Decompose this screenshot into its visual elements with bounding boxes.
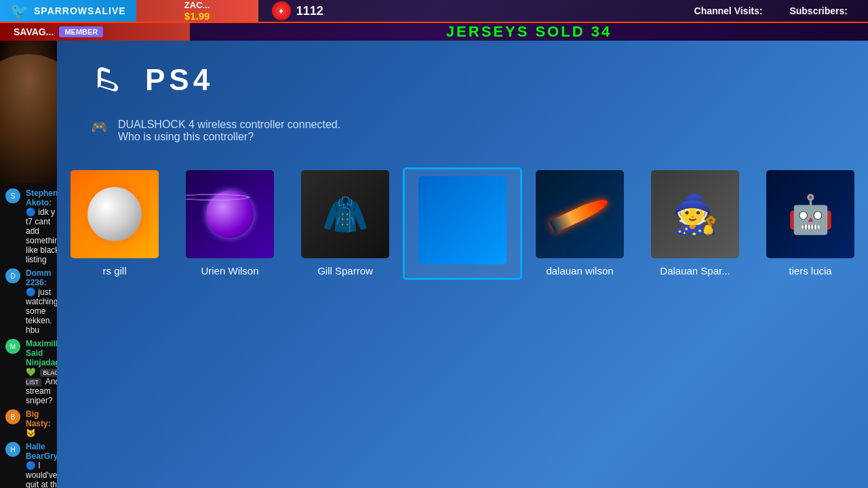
ps4-text-label: PS4 [145, 63, 214, 97]
controller-icon: 🎮 [91, 119, 108, 135]
cam-background [0, 41, 57, 183]
viewer-name: SAVAG... [14, 26, 54, 37]
profiles-area: rs gill Urien Wilson 🧥 Gill Sparrow [57, 157, 868, 290]
donation-name: ZAC... [184, 0, 210, 10]
twitter-icon: 🐦 [10, 2, 28, 20]
bits-icon: ♦ [272, 1, 291, 20]
profile-icon-1 [186, 170, 274, 258]
second-bar: SAVAG... MEMBER JERSEYS SOLD 34 [0, 23, 868, 41]
channel-visits-label: Channel Visits: [694, 5, 763, 16]
profile-icon-6: 🤖 [766, 170, 854, 258]
chat-messages: S Stephen Akoto: 🔵 idk y t7 cant add som… [0, 183, 57, 488]
profile-icon-2: 🧥 [301, 170, 389, 258]
avatar: B [5, 409, 20, 424]
profile-name-1: Urien Wilson [201, 265, 258, 277]
controller-text: DUALSHOCK 4 wireless controller connecte… [118, 119, 340, 143]
avatar: S [5, 188, 20, 203]
jerseys-sold-text: JERSEYS SOLD 34 [190, 23, 868, 41]
controller-message: 🎮 DUALSHOCK 4 wireless controller connec… [57, 112, 868, 157]
bits-section: ♦ 1112 [258, 1, 337, 20]
avatar: H [5, 442, 20, 457]
profile-card-6[interactable]: 🤖 tiers lucia [753, 163, 868, 283]
chat-message: H Halle BearGrylls: 🔵 I would've quit at… [5, 442, 52, 488]
ps4-header: PS4 [57, 41, 868, 112]
profile-icon-0 [71, 170, 159, 258]
profile-icon-5: 🧙 [651, 170, 739, 258]
chat-message: S Stephen Akoto: 🔵 idk y t7 cant add som… [5, 188, 52, 264]
controller-text-line2: Who is using this controller? [118, 131, 340, 143]
chat-message: B Big Nasty: 🐱 [5, 409, 52, 438]
chat-message-content: Big Nasty: 🐱 [26, 409, 52, 438]
profile-card-0[interactable]: rs gill [57, 163, 172, 283]
twitter-handle: SPARROWSALIVE [34, 5, 126, 16]
profile-card-4[interactable]: dalauan wilson [522, 163, 637, 283]
chat-sidebar: S Stephen Akoto: 🔵 idk y t7 cant add som… [0, 41, 57, 488]
chat-message: M Maximillian Said Ninjadagger: 💚 BLACK … [5, 339, 52, 405]
ps4-screen: PS4 🎮 DUALSHOCK 4 wireless controller co… [57, 41, 868, 488]
profile-name-4: dalauan wilson [546, 265, 613, 277]
member-badge: MEMBER [59, 26, 103, 37]
bits-count: 1112 [296, 4, 323, 18]
twitter-section: 🐦 SPARROWSALIVE [0, 0, 136, 22]
chat-message-content: Stephen Akoto: 🔵 idk y t7 cant add somet… [26, 188, 57, 264]
controller-text-line1: DUALSHOCK 4 wireless controller connecte… [118, 119, 340, 131]
ps4-logo: PS4 [91, 61, 214, 98]
profile-card-3[interactable] [403, 167, 522, 280]
ps-logo-icon [91, 61, 138, 98]
donation-section: ZAC... $1.99 ♦ 1112 Channel Visits: Subs… [136, 0, 868, 22]
subscribers-label: Subscribers: [789, 5, 848, 16]
profile-card-5[interactable]: 🧙 Dalauan Spar... [637, 163, 753, 283]
avatar: D [5, 268, 20, 283]
chat-message-content: Domm 2236: 🔵 just watching some tekken. … [26, 268, 57, 335]
profile-name-0: rs gill [102, 265, 126, 277]
donation-box: ZAC... $1.99 [136, 0, 258, 22]
profile-name-2: Gill Sparrow [317, 265, 373, 277]
viewer-box: SAVAG... MEMBER [0, 23, 190, 41]
donation-amount: $1.99 [184, 10, 210, 22]
chat-username: Big Nasty: 🐱 [26, 409, 51, 438]
streamer-cam [0, 41, 57, 183]
profile-icon-4 [536, 170, 624, 258]
profile-name-5: Dalauan Spar... [660, 265, 730, 277]
main-content: S Stephen Akoto: 🔵 idk y t7 cant add som… [0, 41, 868, 488]
channel-stats: Channel Visits: Subscribers: [674, 5, 868, 16]
profile-name-6: tiers lucia [789, 265, 831, 277]
chat-message-content: Halle BearGrylls: 🔵 I would've quit at t… [26, 442, 57, 488]
top-bar: 🐦 SPARROWSALIVE ZAC... $1.99 ♦ 1112 Chan… [0, 0, 868, 23]
profile-card-1[interactable]: Urien Wilson [172, 163, 288, 283]
avatar: M [5, 339, 20, 354]
profile-card-2[interactable]: 🧥 Gill Sparrow [288, 163, 403, 283]
chat-message-content: Maximillian Said Ninjadagger: 💚 BLACK LI… [26, 339, 57, 405]
chat-username: Halle BearGrylls: 🔵 [26, 442, 57, 470]
profile-icon-3 [418, 176, 507, 264]
chat-message: D Domm 2236: 🔵 just watching some tekken… [5, 268, 52, 335]
